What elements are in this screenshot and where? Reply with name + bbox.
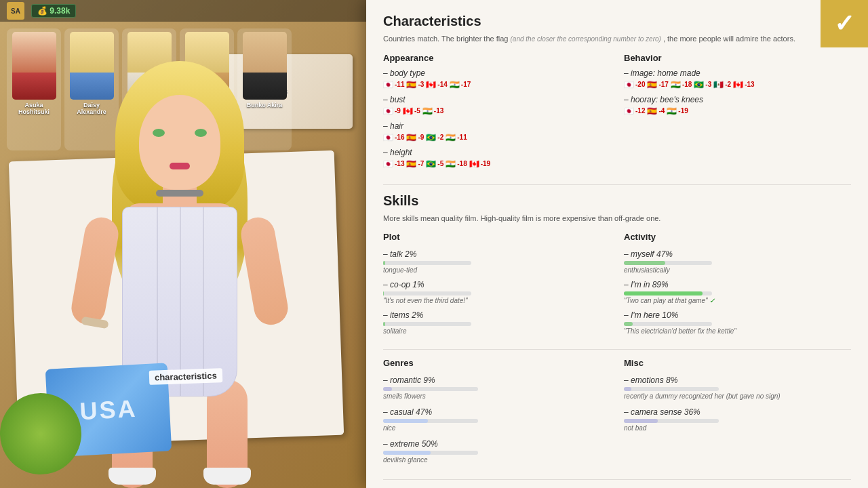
money-display: 💰 9.38k — [31, 4, 76, 18]
casual-genre: – casual 47% nice — [383, 405, 610, 432]
flag-es-hair: 🇪🇸-9 — [406, 133, 424, 142]
flag-ca-bust: 🇨🇦-5 — [403, 106, 420, 116]
myself-bar-container — [624, 261, 712, 265]
bust-row: – bust 🇯🇵-9 🇨🇦-5 🇮🇳-13 — [383, 95, 610, 116]
flag-es-hooray: 🇪🇸-4 — [647, 106, 665, 116]
skills-section: Plot – talk 2% tongue-tied – co-op 1% "I… — [383, 232, 851, 339]
romantic-bar — [383, 387, 392, 391]
imin-bar — [624, 291, 703, 296]
panel-title: Characteristics — [383, 14, 851, 29]
activity-col: Activity – myself 47% enthusiastically –… — [624, 232, 851, 339]
talk-skill: – talk 2% tongue-tied — [383, 247, 610, 274]
emotions-misc: – emotions 8% recently a dummy recognize… — [624, 373, 851, 400]
panel-subtitle: Countries match. The brighter the flag (… — [383, 33, 851, 45]
flag-jp-hooray: 🇯🇵-12 — [624, 106, 645, 116]
height-label: – height — [383, 148, 610, 157]
romantic-genre: – romantic 9% smells flowers — [383, 373, 610, 400]
flag-mx-image: 🇲🇽-2 — [713, 80, 731, 89]
camera-bar-container — [624, 419, 719, 423]
char-left-arm — [68, 215, 121, 327]
flag-jp-image: 🇯🇵-20 — [624, 80, 645, 89]
flag-in-hooray: 🇮🇳-19 — [667, 106, 688, 116]
flag-in-height: 🇮🇳-18 — [446, 159, 467, 169]
image-label: – image: home made — [624, 68, 851, 78]
bust-flags: 🇯🇵-9 🇨🇦-5 🇮🇳-13 — [383, 106, 610, 116]
talk-bar-container — [383, 261, 471, 265]
flag-br-height: 🇧🇷-5 — [426, 159, 443, 169]
body-type-flags: 🇯🇵-11 🇪🇸-3 🇨🇦-14 🇮🇳-17 — [383, 80, 610, 89]
plot-col: Plot – talk 2% tongue-tied – co-op 1% "I… — [383, 232, 610, 339]
characteristics-bottom-label: characteristics — [149, 368, 222, 385]
flag-br-hair: 🇧🇷-2 — [426, 133, 443, 142]
flag-jp-hair: 🇯🇵-16 — [383, 133, 404, 142]
extreme-bar — [383, 451, 431, 455]
flag-jp-height: 🇯🇵-13 — [383, 159, 404, 169]
casual-bar-container — [383, 419, 478, 423]
flag-ca-height: 🇨🇦-19 — [469, 159, 490, 169]
hooray-label: – hooray: bee's knees — [624, 95, 851, 104]
camera-bar — [624, 419, 658, 423]
casual-bar — [383, 419, 428, 423]
items-skill: – items 2% solitaire — [383, 308, 610, 335]
imin-bar-container — [624, 291, 712, 296]
coop-skill: – co-op 1% "It's not even the third date… — [383, 278, 610, 304]
confirm-button[interactable] — [821, 0, 868, 47]
char-right-arm — [238, 215, 290, 327]
characteristics-panel: Characteristics Countries match. The bri… — [366, 0, 868, 488]
flag-br-image: 🇧🇷-3 — [694, 80, 711, 89]
flag-in-body: 🇮🇳-17 — [450, 80, 471, 89]
flag-es-body: 🇪🇸-3 — [406, 80, 424, 89]
appearance-title: Appearance — [383, 53, 610, 63]
misc-title: Misc — [624, 358, 851, 368]
activity-title: Activity — [624, 232, 851, 242]
coop-bar — [383, 291, 384, 296]
misc-col: Misc – emotions 8% recently a dummy reco… — [624, 358, 851, 469]
items-bar-container — [383, 322, 471, 326]
extreme-genre: – extreme 50% devilish glance — [383, 437, 610, 464]
imhere-skill: – I'm here 10% "This electrician'd bette… — [624, 308, 851, 335]
bust-label: – bust — [383, 95, 610, 104]
genres-col: Genres – romantic 9% smells flowers – ca… — [383, 358, 610, 469]
flag-ca-image: 🇨🇦-13 — [733, 80, 754, 89]
plot-title: Plot — [383, 232, 610, 242]
romantic-bar-container — [383, 387, 478, 391]
image-flags: 🇯🇵-20 🇪🇸-17 🇮🇳-18 🇧🇷-3 🇲🇽-2 🇨🇦-13 — [624, 80, 851, 89]
divider-3 — [383, 479, 851, 480]
genres-misc-section: Genres – romantic 9% smells flowers – ca… — [383, 358, 851, 469]
imhere-bar-container — [624, 322, 712, 326]
body-type-label: – body type — [383, 68, 610, 78]
camera-misc: – camera sense 36% not bad — [624, 405, 851, 432]
myself-skill: – myself 47% enthusiastically — [624, 247, 851, 274]
flag-ca-body: 🇨🇦-14 — [426, 80, 447, 89]
flag-jp-body: 🇯🇵-11 — [383, 80, 404, 89]
flag-in-image: 🇮🇳-18 — [671, 80, 692, 89]
flag-jp-bust: 🇯🇵-9 — [383, 106, 401, 116]
usa-text: USA — [79, 394, 138, 426]
flag-in-hair: 🇮🇳-11 — [446, 133, 467, 142]
items-bar — [383, 322, 385, 326]
body-type-row: – body type 🇯🇵-11 🇪🇸-3 🇨🇦-14 🇮🇳-17 — [383, 68, 610, 89]
myself-bar — [624, 261, 665, 265]
hooray-flags: 🇯🇵-12 🇪🇸-4 🇮🇳-19 — [624, 106, 851, 116]
flag-es-height: 🇪🇸-7 — [406, 159, 424, 169]
appearance-behavior-section: Appearance – body type 🇯🇵-11 🇪🇸-3 🇨🇦-14 … — [383, 53, 851, 174]
appearance-col: Appearance – body type 🇯🇵-11 🇪🇸-3 🇨🇦-14 … — [383, 53, 610, 174]
hair-flags: 🇯🇵-16 🇪🇸-9 🇧🇷-2 🇮🇳-11 — [383, 133, 610, 142]
behavior-col: Behavior – image: home made 🇯🇵-20 🇪🇸-17 … — [624, 53, 851, 174]
skills-title: Skills — [383, 193, 851, 209]
coop-bar-container — [383, 291, 471, 296]
player-avatar: SA — [7, 2, 24, 20]
flag-in-bust: 🇮🇳-13 — [422, 106, 443, 116]
image-row: – image: home made 🇯🇵-20 🇪🇸-17 🇮🇳-18 🇧🇷-… — [624, 68, 851, 89]
char-face — [139, 95, 220, 190]
flag-es-image: 🇪🇸-17 — [647, 80, 668, 89]
hooray-row: – hooray: bee's knees 🇯🇵-12 🇪🇸-4 🇮🇳-19 — [624, 95, 851, 116]
hair-row: – hair 🇯🇵-16 🇪🇸-9 🇧🇷-2 🇮🇳-11 — [383, 121, 610, 142]
imhere-bar — [624, 322, 633, 326]
height-flags: 🇯🇵-13 🇪🇸-7 🇧🇷-5 🇮🇳-18 🇨🇦-19 — [383, 159, 610, 169]
divider-2 — [383, 349, 851, 350]
skills-subtitle: More skills mean quality film. High-qual… — [383, 213, 851, 224]
divider-1 — [383, 184, 851, 185]
emotions-bar-container — [624, 387, 719, 391]
height-row: – height 🇯🇵-13 🇪🇸-7 🇧🇷-5 🇮🇳-18 🇨🇦-19 — [383, 148, 610, 169]
